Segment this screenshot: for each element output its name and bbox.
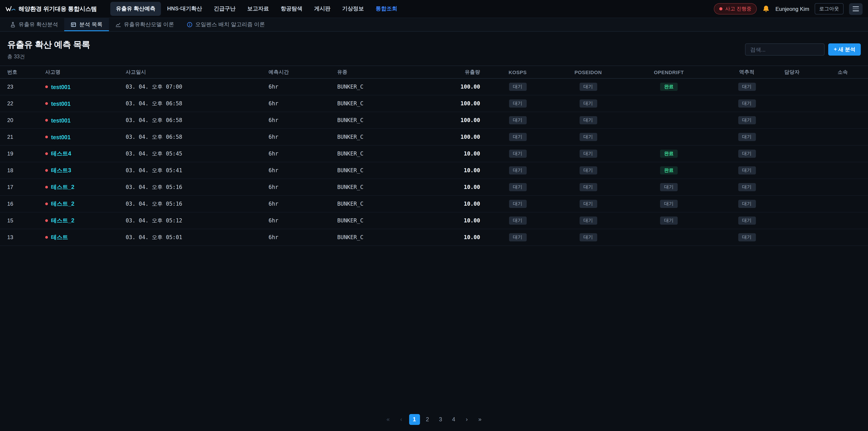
status-badge-wait: 대기 <box>579 133 597 141</box>
incident-name-link[interactable]: 테스트3 <box>51 167 71 173</box>
cell-amount: 100.00 <box>441 95 484 112</box>
table-row[interactable]: 23test00103. 04. 오후 07:006hrBUNKER_C100.… <box>0 79 868 95</box>
page-button-1[interactable]: 1 <box>409 414 420 425</box>
cell-datetime: 03. 04. 오후 06:58 <box>122 112 265 129</box>
status-badge-wait: 대기 <box>738 133 756 141</box>
cell-no: 19 <box>0 145 41 162</box>
new-analysis-button[interactable]: + 새 분석 <box>829 43 861 56</box>
cell-backtrack: 대기 <box>713 145 781 162</box>
cell-opendrift <box>625 229 713 246</box>
tab-label: 유출유 확산분석 <box>19 21 58 29</box>
nav-item[interactable]: 통합조회 <box>370 2 403 16</box>
page-last-button[interactable]: » <box>474 414 485 425</box>
cell-org <box>834 112 868 129</box>
incident-name-link[interactable]: 테스트_2 <box>51 217 74 223</box>
nav-item[interactable]: 게시판 <box>309 2 336 16</box>
cell-org <box>834 162 868 179</box>
incident-status-dot-icon <box>45 102 48 105</box>
cell-backtrack: 대기 <box>713 212 781 229</box>
status-badge-wait: 대기 <box>738 83 756 91</box>
table-row[interactable]: 13테스트03. 04. 오후 05:016hrBUNKER_C10.00대기대… <box>0 229 868 246</box>
cell-manager <box>781 79 834 95</box>
user-name: Eunjeong Kim <box>776 6 809 12</box>
cell-kosps: 대기 <box>484 145 552 162</box>
incident-name-link[interactable]: 테스트4 <box>51 150 71 157</box>
cell-oil: BUNKER_C <box>334 145 441 162</box>
info-icon <box>187 22 193 28</box>
cell-name: 테스트_2 <box>41 179 122 195</box>
table-row[interactable]: 22test00103. 04. 오후 06:586hrBUNKER_C100.… <box>0 95 868 112</box>
notification-bell-icon[interactable] <box>763 5 770 13</box>
table-row[interactable]: 20test00103. 04. 오후 06:586hrBUNKER_C100.… <box>0 112 868 129</box>
cell-duration: 6hr <box>265 229 334 246</box>
tab[interactable]: 유출유확산모델 이론 <box>109 18 180 31</box>
cell-backtrack: 대기 <box>713 162 781 179</box>
status-badge-wait: 대기 <box>579 116 597 124</box>
tab[interactable]: 유출유 확산분석 <box>4 18 64 31</box>
cell-duration: 6hr <box>265 195 334 212</box>
flask-icon <box>10 22 16 28</box>
status-badge-wait: 대기 <box>579 83 597 91</box>
nav-item[interactable]: 긴급구난 <box>209 2 241 16</box>
cell-poseidon: 대기 <box>552 212 625 229</box>
column-header-datetime: 사고일시 <box>122 66 265 79</box>
cell-poseidon: 대기 <box>552 179 625 195</box>
incident-name-link[interactable]: test001 <box>51 117 70 124</box>
cell-amount: 100.00 <box>441 79 484 95</box>
hamburger-menu-icon[interactable] <box>849 3 863 15</box>
status-badge-wait: 대기 <box>738 99 756 107</box>
cell-no: 20 <box>0 112 41 129</box>
cell-oil: BUNKER_C <box>334 95 441 112</box>
cell-name: 테스트3 <box>41 162 122 179</box>
incident-name-link[interactable]: test001 <box>51 100 70 107</box>
cell-kosps: 대기 <box>484 162 552 179</box>
tab[interactable]: 분석 목록 <box>64 18 109 31</box>
table-row[interactable]: 16테스트_203. 04. 오후 05:166hrBUNKER_C10.00대… <box>0 195 868 212</box>
nav-item[interactable]: 기상정보 <box>337 2 369 16</box>
logout-button[interactable]: 로그아웃 <box>815 3 844 14</box>
cell-opendrift <box>625 129 713 145</box>
incident-dot-icon <box>719 7 722 10</box>
page-prev-button[interactable]: ‹ <box>396 414 407 425</box>
page-next-button[interactable]: › <box>461 414 472 425</box>
page-button-4[interactable]: 4 <box>448 414 459 425</box>
incident-name-link[interactable]: 테스트 <box>51 234 68 240</box>
incident-name-link[interactable]: 테스트_2 <box>51 201 74 207</box>
cell-kosps: 대기 <box>484 179 552 195</box>
incident-name-link[interactable]: test001 <box>51 134 70 140</box>
cell-poseidon: 대기 <box>552 162 625 179</box>
incident-status-label: 사고 진행중 <box>725 5 751 12</box>
cell-no: 13 <box>0 229 41 246</box>
tab[interactable]: 오일펜스 배치 알고리즘 이론 <box>180 18 271 31</box>
page-first-button[interactable]: « <box>383 414 394 425</box>
incident-name-link[interactable]: 테스트_2 <box>51 184 74 190</box>
table-row[interactable]: 21test00103. 04. 오후 06:586hrBUNKER_C100.… <box>0 129 868 145</box>
cell-name: test001 <box>41 95 122 112</box>
status-badge-wait: 대기 <box>509 149 526 158</box>
cell-duration: 6hr <box>265 162 334 179</box>
table-row[interactable]: 17테스트_203. 04. 오후 05:166hrBUNKER_C10.00대… <box>0 179 868 195</box>
incident-status-badge: 사고 진행중 <box>714 3 757 14</box>
app-title: 해양환경 위기대응 통합시스템 <box>19 5 97 13</box>
search-input[interactable] <box>745 43 825 56</box>
incident-status-dot-icon <box>45 186 48 188</box>
table-row[interactable]: 18테스트303. 04. 오후 05:416hrBUNKER_C10.00대기… <box>0 162 868 179</box>
cell-oil: BUNKER_C <box>334 162 441 179</box>
incident-status-dot-icon <box>45 203 48 205</box>
page-button-3[interactable]: 3 <box>435 414 446 425</box>
nav-item[interactable]: HNS·대기확산 <box>162 2 208 16</box>
cell-opendrift: 완료 <box>625 79 713 95</box>
table-row[interactable]: 19테스트403. 04. 오후 05:456hrBUNKER_C10.00대기… <box>0 145 868 162</box>
chart-icon <box>115 22 121 28</box>
total-count: 총 33건 <box>7 53 90 60</box>
cell-amount: 10.00 <box>441 212 484 229</box>
cell-kosps: 대기 <box>484 79 552 95</box>
nav-item[interactable]: 유출유 확산예측 <box>110 2 161 16</box>
incident-name-link[interactable]: test001 <box>51 84 70 90</box>
nav-item[interactable]: 항공탐색 <box>275 2 308 16</box>
cell-datetime: 03. 04. 오후 05:12 <box>122 212 265 229</box>
nav-item[interactable]: 보고자료 <box>242 2 274 16</box>
page-button-2[interactable]: 2 <box>422 414 433 425</box>
table-row[interactable]: 15테스트_203. 04. 오후 05:126hrBUNKER_C10.00대… <box>0 212 868 229</box>
cell-amount: 100.00 <box>441 129 484 145</box>
